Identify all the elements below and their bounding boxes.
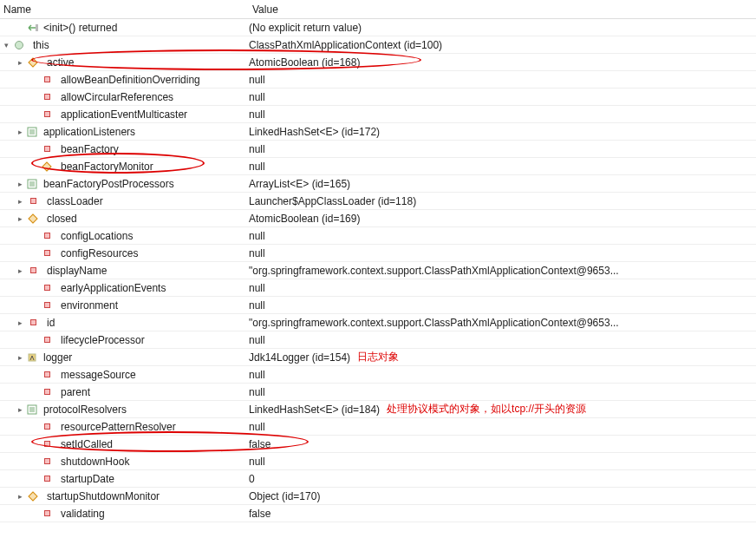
- variable-name: startupDate: [61, 473, 114, 485]
- variable-name: applicationEventMulticaster: [61, 108, 187, 121]
- collection-field-icon: [26, 403, 40, 417]
- private-field-icon: [40, 246, 57, 260]
- variable-value: (No explicit return value): [249, 22, 362, 34]
- variable-row[interactable]: ▸startupDate0: [0, 470, 756, 488]
- name-cell: ▸protocolResolvers: [0, 401, 249, 417]
- expand-toggle-icon[interactable]: ▸: [14, 58, 26, 67]
- variable-value: Jdk14Logger (id=154): [249, 351, 350, 364]
- variable-row[interactable]: ▸startupShutdownMonitorObject (id=170): [0, 488, 756, 505]
- name-cell: ▸classLoader: [0, 193, 249, 209]
- value-cell: null: [249, 141, 756, 157]
- collapse-toggle-icon[interactable]: ▾: [0, 41, 12, 49]
- variable-name: displayName: [47, 265, 107, 277]
- variable-value: AtomicBoolean (id=168): [249, 56, 360, 69]
- value-cell: AtomicBoolean (id=169): [249, 210, 756, 226]
- variable-name: beanFactoryMonitor: [61, 161, 153, 173]
- variable-row[interactable]: ▸configLocationsnull: [0, 227, 756, 245]
- twisty-placeholder: ▸: [28, 371, 40, 379]
- name-cell: ▸applicationListeners: [0, 123, 249, 140]
- name-cell: ▸<init>() returned: [0, 19, 249, 36]
- variable-row[interactable]: ▾thisClassPathXmlApplicationContext (id=…: [0, 36, 756, 54]
- value-cell: LinkedHashSet<E> (id=172): [249, 123, 756, 140]
- variable-name: earlyApplicationEvents: [61, 282, 166, 294]
- value-cell: Launcher$AppClassLoader (id=118): [249, 193, 756, 209]
- value-cell: Jdk14Logger (id=154)日志对象: [249, 349, 756, 365]
- variable-value: null: [249, 247, 265, 259]
- variable-row[interactable]: ▸applicationListenersLinkedHashSet<E> (i…: [0, 123, 756, 141]
- twisty-placeholder: ▸: [28, 75, 40, 84]
- expand-toggle-icon[interactable]: ▸: [14, 492, 26, 501]
- variable-name: active: [47, 56, 74, 69]
- variable-row[interactable]: ▸id"org.springframework.context.support.…: [0, 314, 756, 331]
- private-field-icon: [40, 333, 57, 347]
- variable-row[interactable]: ▸environmentnull: [0, 297, 756, 314]
- value-cell: null: [249, 71, 756, 88]
- variable-row[interactable]: ▸activeAtomicBoolean (id=168): [0, 54, 756, 71]
- variable-row[interactable]: ▸resourcePatternResolvernull: [0, 418, 756, 436]
- columns-header: Name Value: [0, 0, 756, 19]
- private-field-icon: [40, 385, 57, 399]
- variable-row[interactable]: ▸earlyApplicationEventsnull: [0, 279, 756, 297]
- variable-value: null: [249, 143, 265, 155]
- variable-row[interactable]: ▸protocolResolversLinkedHashSet<E> (id=1…: [0, 401, 756, 418]
- expand-toggle-icon[interactable]: ▸: [14, 128, 26, 136]
- variable-row[interactable]: ▸parentnull: [0, 384, 756, 401]
- variable-row[interactable]: ▸beanFactorynull: [0, 141, 756, 158]
- variable-name: environment: [61, 299, 118, 312]
- variable-name: allowBeanDefinitionOverriding: [61, 74, 200, 86]
- value-cell: ArrayList<E> (id=165): [249, 175, 756, 192]
- name-cell: ▸startupShutdownMonitor: [0, 488, 249, 504]
- value-cell: null: [249, 158, 756, 174]
- expand-toggle-icon[interactable]: ▸: [14, 353, 26, 362]
- variable-value: null: [249, 161, 265, 173]
- name-cell: ▸messageSource: [0, 366, 249, 383]
- expand-toggle-icon[interactable]: ▸: [14, 180, 26, 188]
- variable-row[interactable]: ▸allowCircularReferencesnull: [0, 89, 756, 106]
- private-field-icon: [40, 368, 57, 382]
- variable-row[interactable]: ▸displayName"org.springframework.context…: [0, 262, 756, 279]
- private-field-icon: [40, 299, 57, 312]
- variable-row[interactable]: ▸allowBeanDefinitionOverridingnull: [0, 71, 756, 89]
- variable-row[interactable]: ▸shutdownHooknull: [0, 453, 756, 470]
- variable-row[interactable]: ▸beanFactoryPostProcessorsArrayList<E> (…: [0, 175, 756, 193]
- twisty-placeholder: ▸: [28, 110, 40, 119]
- value-cell: null: [249, 106, 756, 122]
- variable-row[interactable]: ▸<init>() returned(No explicit return va…: [0, 19, 756, 36]
- variable-row[interactable]: ▸applicationEventMulticasternull: [0, 106, 756, 123]
- variable-value: AtomicBoolean (id=169): [249, 213, 360, 225]
- private-field-icon: [26, 194, 43, 208]
- value-cell: "org.springframework.context.support.Cla…: [249, 262, 756, 279]
- collection-field-icon: [26, 177, 40, 191]
- expand-toggle-icon[interactable]: ▸: [14, 318, 26, 327]
- twisty-placeholder: ▸: [28, 423, 40, 431]
- name-cell: ▸startupDate: [0, 470, 249, 487]
- expand-toggle-icon[interactable]: ▸: [14, 405, 26, 414]
- variable-value: false: [249, 508, 270, 520]
- variable-row[interactable]: ▸lifecycleProcessornull: [0, 331, 756, 349]
- variable-row[interactable]: ▸validatingfalse: [0, 505, 756, 522]
- variable-name: protocolResolvers: [43, 404, 127, 416]
- value-cell: 0: [249, 470, 756, 487]
- private-field-icon: [40, 90, 57, 104]
- variable-row[interactable]: ▸configResourcesnull: [0, 245, 756, 262]
- twisty-placeholder: ▸: [28, 145, 40, 154]
- variable-value: null: [249, 456, 265, 468]
- expand-toggle-icon[interactable]: ▸: [14, 197, 26, 206]
- column-value-header[interactable]: Value: [252, 3, 756, 16]
- expand-toggle-icon[interactable]: ▸: [14, 266, 26, 275]
- column-name-header[interactable]: Name: [3, 3, 252, 16]
- name-cell: ▸closed: [0, 210, 249, 226]
- variable-row[interactable]: ▸beanFactoryMonitornull: [0, 158, 756, 175]
- twisty-placeholder: ▸: [28, 162, 40, 171]
- variable-row[interactable]: ▸loggerJdk14Logger (id=154)日志对象: [0, 349, 756, 366]
- expand-toggle-icon[interactable]: ▸: [14, 214, 26, 223]
- variable-value: false: [249, 438, 270, 450]
- variable-row[interactable]: ▸messageSourcenull: [0, 366, 756, 384]
- variable-row[interactable]: ▸closedAtomicBoolean (id=169): [0, 210, 756, 227]
- variable-row[interactable]: ▸classLoaderLauncher$AppClassLoader (id=…: [0, 193, 756, 210]
- twisty-placeholder: ▸: [28, 336, 40, 344]
- annotation-text: 处理协议模式的对象，如以tcp://开头的资源: [387, 402, 586, 417]
- variable-row[interactable]: ▸setIdCalledfalse: [0, 436, 756, 453]
- name-cell: ▸beanFactory: [0, 141, 249, 157]
- value-cell: null: [249, 331, 756, 348]
